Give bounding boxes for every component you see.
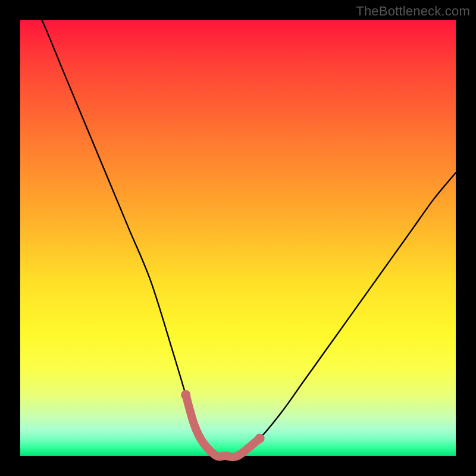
bottleneck-curve xyxy=(20,0,456,457)
highlight-endpoint-dot xyxy=(255,434,265,443)
highlight-endpoint-dot xyxy=(181,390,190,400)
watermark-text: TheBottleneck.com xyxy=(356,4,470,19)
optimal-band-highlight xyxy=(186,395,259,458)
plot-area xyxy=(20,20,456,456)
curve-svg xyxy=(20,20,456,456)
chart-frame: TheBottleneck.com xyxy=(0,0,476,476)
